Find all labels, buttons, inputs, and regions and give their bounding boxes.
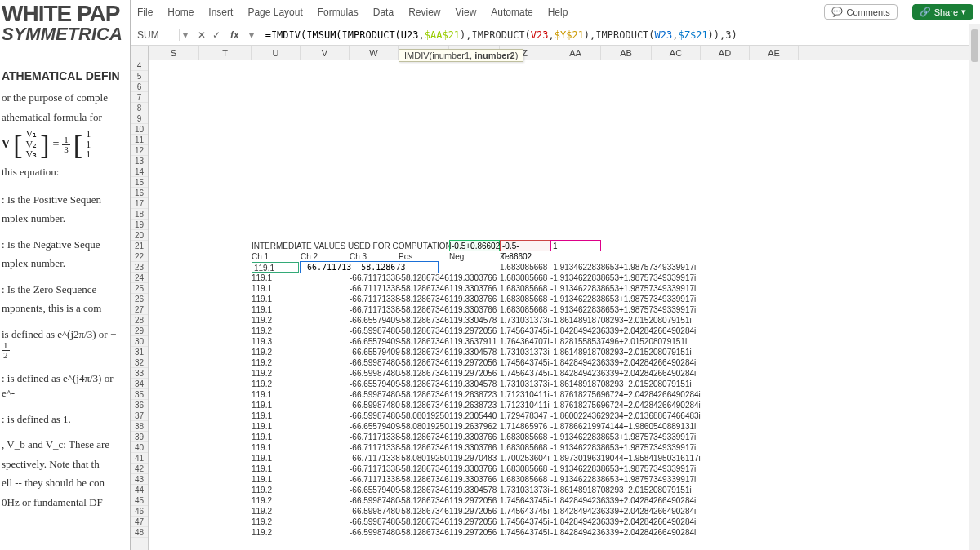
row-header-6[interactable]: 6 — [131, 82, 148, 92]
scrollbar-thumb[interactable] — [971, 29, 978, 62]
cell[interactable]: -1.8428494236339+2.04284266490284i — [550, 527, 696, 538]
row-header-44[interactable]: 44 — [131, 485, 148, 495]
ribbon-tab-formulas[interactable]: Formulas — [318, 7, 359, 18]
cell[interactable]: 119.2637962 — [449, 421, 497, 432]
row-header-24[interactable]: 24 — [131, 273, 148, 283]
column-header-T[interactable]: T — [199, 46, 252, 60]
ribbon-tab-insert[interactable]: Insert — [208, 7, 233, 18]
cell[interactable]: -58.12867346 — [399, 485, 449, 495]
row-header-48[interactable]: 48 — [131, 527, 148, 538]
row-header-40[interactable]: 40 — [131, 442, 148, 453]
cell[interactable]: 119.2972056 — [449, 326, 497, 336]
cell[interactable]: -66.71171338 — [350, 453, 400, 464]
row-header-8[interactable]: 8 — [131, 103, 148, 113]
cell[interactable]: -66.65579409 — [350, 336, 400, 347]
cell[interactable]: -58.12867346 — [399, 379, 449, 389]
cell[interactable]: 119.3 — [252, 336, 272, 347]
cell[interactable]: -58.12867346 — [399, 464, 449, 474]
row-header-27[interactable]: 27 — [131, 304, 148, 315]
row-header-45[interactable]: 45 — [131, 495, 148, 506]
row-header-29[interactable]: 29 — [131, 326, 148, 336]
namebox-dropdown-icon[interactable]: ▾ — [180, 29, 191, 41]
accept-formula-icon[interactable]: ✓ — [212, 29, 220, 41]
cell[interactable]: 119.1 — [252, 294, 272, 304]
cell[interactable]: 119.3637911 — [449, 336, 497, 347]
row-header-22[interactable]: 22 — [131, 251, 148, 262]
cell[interactable]: 119.2 — [252, 379, 272, 389]
cell[interactable]: 1.731031373i — [500, 347, 550, 357]
cell[interactable]: 119.2972056 — [449, 517, 497, 527]
row-header-34[interactable]: 34 — [131, 379, 148, 389]
cell[interactable]: -1.86148918708293+2.015208079151i — [550, 347, 692, 357]
cell[interactable]: 119.2 — [252, 347, 272, 357]
cell[interactable]: -66.59987480 — [350, 326, 400, 336]
cell[interactable]: 119.1 — [252, 474, 272, 485]
active-edit-cell[interactable]: -66.711713 -58.128673 $Z$21)),3) — [300, 261, 439, 273]
cell[interactable]: -1.86148918708293+2.015208079151i — [550, 315, 692, 326]
row-header-14[interactable]: 14 — [131, 166, 148, 177]
cell[interactable]: -66.59987480 — [350, 506, 400, 517]
cell[interactable]: -58.12867346 — [399, 389, 449, 400]
zer-constant-cell[interactable]: -0.5-0.86602 — [500, 240, 550, 251]
cancel-formula-icon[interactable]: ✕ — [198, 29, 206, 41]
cell[interactable]: 119.3303766 — [449, 474, 497, 485]
cell[interactable]: -58.12867346 — [399, 432, 449, 442]
cell[interactable]: 119.1 — [252, 400, 272, 410]
cell[interactable]: 119.2305440 — [449, 410, 497, 421]
row-header-46[interactable]: 46 — [131, 506, 148, 517]
cell[interactable]: 119.1 — [252, 464, 272, 474]
cell[interactable]: 119.2972056 — [449, 495, 497, 506]
cell[interactable]: 1.745643745i — [500, 495, 550, 506]
cell[interactable]: 119.3303766 — [449, 432, 497, 442]
cell[interactable]: 119.2972056 — [449, 368, 497, 379]
cell[interactable]: -66.59987480 — [350, 495, 400, 506]
cell[interactable]: 1.745643745i — [500, 506, 550, 517]
row-header-41[interactable]: 41 — [131, 453, 148, 464]
row-header-43[interactable]: 43 — [131, 474, 148, 485]
cell[interactable]: -66.71171338 — [350, 283, 400, 294]
cell[interactable]: 1.712310411i — [500, 400, 550, 410]
cell[interactable]: -58.12867346 — [399, 474, 449, 485]
cell[interactable]: 119.1 — [252, 283, 272, 294]
row-header-26[interactable]: 26 — [131, 294, 148, 304]
cell[interactable]: -1.87866219974144+1.9860540889131i — [550, 421, 696, 432]
row-header-28[interactable]: 28 — [131, 315, 148, 326]
cell[interactable]: -58.12867346 — [399, 283, 449, 294]
cell[interactable]: -58.12867346 — [399, 368, 449, 379]
cell[interactable]: -1.9134622838653+1.98757349339917i — [550, 464, 696, 474]
cell[interactable]: 119.1 — [252, 304, 272, 315]
cell[interactable]: -1.8428494236339+2.04284266490284i — [550, 506, 696, 517]
cell[interactable]: 119.2 — [252, 357, 272, 368]
row-header-10[interactable]: 10 — [131, 124, 148, 135]
row-header-47[interactable]: 47 — [131, 517, 148, 527]
cell[interactable]: -1.86002243629234+2.01368867466483i — [550, 410, 701, 421]
cell[interactable]: -58.12867346 — [399, 315, 449, 326]
cell[interactable]: 1.700253604i — [500, 453, 550, 464]
cell[interactable]: 1.683085668 — [500, 432, 547, 442]
ribbon-tab-home[interactable]: Home — [167, 7, 194, 18]
cell[interactable]: 1.683085668 — [500, 464, 547, 474]
share-button[interactable]: 🔗 Share ▾ — [912, 4, 973, 20]
cell[interactable]: -1.9134622838653+1.98757349339917i — [550, 294, 696, 304]
cell[interactable]: 119.2 — [252, 527, 272, 538]
column-header-V[interactable]: V — [301, 46, 350, 60]
ribbon-tab-data[interactable]: Data — [373, 7, 394, 18]
cell[interactable]: 119.3303766 — [449, 283, 497, 294]
comments-button[interactable]: 💬 Comments — [824, 4, 897, 20]
spreadsheet-grid[interactable]: 4567891011121314151617181920212223242526… — [131, 60, 980, 550]
cell[interactable]: 1.712310411i — [500, 389, 550, 400]
cell[interactable]: 119.1 — [252, 262, 299, 273]
row-header-39[interactable]: 39 — [131, 432, 148, 442]
formula-dropdown-icon[interactable]: ▾ — [249, 29, 254, 41]
cell[interactable]: -1.87618275696724+2.04284266490284i — [550, 389, 701, 400]
cell[interactable]: Ch 1 — [252, 251, 269, 262]
cell[interactable]: 1.731031373i — [500, 379, 550, 389]
row-headers[interactable]: 4567891011121314151617181920212223242526… — [131, 60, 149, 550]
ribbon-tab-review[interactable]: Review — [408, 7, 440, 18]
row-header-35[interactable]: 35 — [131, 389, 148, 400]
cell[interactable]: 119.3304578 — [449, 315, 497, 326]
fx-icon[interactable]: fx — [227, 29, 243, 41]
cell[interactable]: 119.2972056 — [449, 527, 497, 538]
cell[interactable]: 1.731031373i — [500, 485, 550, 495]
cell[interactable]: -58.12867346 — [399, 273, 449, 283]
